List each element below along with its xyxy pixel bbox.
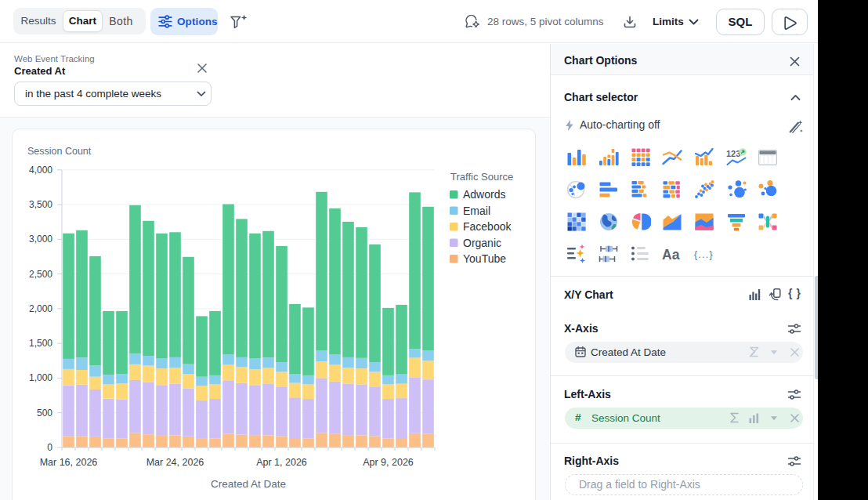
svg-text:Mar 24, 2026: Mar 24, 2026 — [146, 457, 204, 468]
svg-text:2,500: 2,500 — [29, 269, 52, 280]
svg-text:0: 0 — [47, 442, 52, 453]
svg-text:YouTube: YouTube — [463, 252, 506, 265]
svg-text:Aa: Aa — [662, 247, 680, 263]
svg-text:Email: Email — [463, 205, 490, 217]
svg-text:1,000: 1,000 — [29, 372, 52, 383]
svg-text:2,000: 2,000 — [29, 303, 52, 314]
svg-text:4,000: 4,000 — [29, 165, 52, 176]
svg-text:Session Count: Session Count — [27, 146, 92, 157]
svg-text:Traffic Source: Traffic Source — [450, 171, 513, 183]
svg-text:1,500: 1,500 — [29, 338, 52, 349]
svg-text:3,500: 3,500 — [29, 199, 52, 210]
svg-text:Created At Date: Created At Date — [211, 478, 286, 490]
svg-text:Mar 16, 2026: Mar 16, 2026 — [40, 457, 98, 468]
svg-text:{...}: {...} — [694, 249, 714, 260]
svg-text:Facebook: Facebook — [463, 220, 512, 233]
svg-text:123: 123 — [726, 149, 740, 158]
svg-text:Apr 9, 2026: Apr 9, 2026 — [363, 457, 414, 468]
svg-text:Apr 1, 2026: Apr 1, 2026 — [256, 457, 307, 468]
svg-text:500: 500 — [37, 408, 52, 418]
svg-text:Adwords: Adwords — [463, 188, 505, 201]
svg-text:Organic: Organic — [463, 237, 501, 249]
svg-text:3,000: 3,000 — [29, 234, 52, 245]
